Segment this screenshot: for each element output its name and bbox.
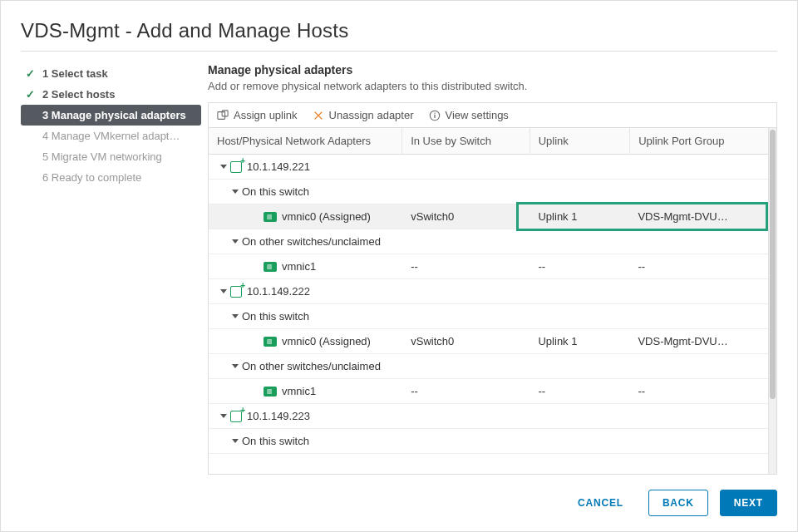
cell-uplink — [530, 361, 629, 372]
expand-caret-icon[interactable] — [220, 414, 227, 418]
view-settings-button[interactable]: View settings — [429, 109, 509, 121]
svg-rect-3 — [434, 114, 435, 117]
nic-row[interactable]: ▥vmnic0 (Assigned)vSwitch0Uplink 1VDS-Mg… — [209, 204, 768, 229]
assign-uplink-label: Assign uplink — [234, 109, 298, 121]
nav-step-5: ✓5 Migrate VM networking — [21, 146, 201, 167]
expand-caret-icon[interactable] — [220, 165, 227, 169]
expand-caret-icon[interactable] — [232, 190, 239, 194]
cell-portgroup — [629, 286, 768, 298]
main-pane: Manage physical adapters Add or remove p… — [208, 63, 777, 475]
group-other[interactable]: On other switches/unclaimed — [209, 229, 768, 254]
group-on-switch[interactable]: On this switch — [209, 429, 768, 454]
cell-switch — [402, 411, 530, 422]
cell-portgroup: VDS-Mgmt-DVU… — [629, 204, 768, 229]
cell-portgroup: -- — [629, 379, 768, 403]
nav-step-3[interactable]: ✓3 Manage physical adapters — [21, 105, 201, 126]
nav-step-label: 3 Manage physical adapters — [42, 109, 186, 121]
nic-icon: ▥ — [264, 212, 277, 222]
expand-caret-icon[interactable] — [220, 289, 227, 293]
scrollbar-thumb[interactable] — [770, 130, 776, 399]
row-label: vmnic0 (Assigned) — [282, 335, 371, 347]
cell-portgroup — [629, 236, 768, 248]
col-header-portgroup[interactable]: Uplink Port Group — [630, 128, 768, 154]
back-button[interactable]: BACK — [648, 490, 708, 516]
cell-portgroup: VDS-Mgmt-DVU… — [629, 329, 768, 353]
cell-uplink — [530, 436, 629, 447]
group-other[interactable]: On other switches/unclaimed — [209, 354, 768, 379]
dialog-body: ✓1 Select task✓2 Select hosts✓3 Manage p… — [21, 63, 777, 475]
cell-portgroup — [629, 361, 768, 372]
col-header-name[interactable]: Host/Physical Network Adapters — [209, 128, 402, 154]
vertical-scrollbar[interactable] — [768, 128, 776, 474]
nav-step-label: 2 Select hosts — [42, 88, 115, 101]
cell-switch — [402, 361, 530, 372]
group-on-switch[interactable]: On this switch — [209, 304, 768, 329]
check-icon: ✓ — [26, 88, 37, 101]
cell-uplink — [530, 311, 629, 323]
table-toolbar: Assign uplink Unassign adapter View sett… — [208, 102, 777, 127]
col-header-switch[interactable]: In Use by Switch — [402, 128, 530, 154]
unassign-icon — [313, 110, 324, 121]
nav-step-4: ✓4 Manage VMkernel adapt… — [21, 126, 201, 146]
nic-icon: ▥ — [264, 337, 277, 347]
group-on-switch[interactable]: On this switch — [209, 180, 768, 204]
adapter-table: Host/Physical Network Adapters In Use by… — [208, 127, 777, 475]
dialog-title: VDS-Mgmt - Add and Manage Hosts — [21, 19, 777, 42]
nic-row[interactable]: ▥vmnic0 (Assigned)vSwitch0Uplink 1VDS-Mg… — [209, 329, 768, 354]
cell-uplink — [530, 286, 629, 298]
cell-switch — [402, 186, 530, 198]
cell-portgroup — [629, 186, 768, 198]
pane-subtitle: Add or remove physical network adapters … — [208, 80, 777, 92]
nav-step-label: 5 Migrate VM networking — [42, 150, 162, 163]
next-button[interactable]: NEXT — [720, 490, 777, 516]
cell-switch — [402, 286, 530, 298]
row-label: vmnic0 (Assigned) — [282, 210, 371, 223]
assign-uplink-icon — [217, 110, 229, 121]
nav-step-2[interactable]: ✓2 Select hosts — [21, 84, 201, 105]
cell-portgroup — [629, 161, 768, 173]
unassign-adapter-label: Unassign adapter — [329, 109, 414, 121]
nic-icon: ▥ — [264, 387, 277, 397]
row-label: vmnic1 — [282, 385, 316, 397]
nic-row[interactable]: ▥vmnic1------ — [209, 379, 768, 404]
col-header-uplink[interactable]: Uplink — [530, 128, 630, 154]
expand-caret-icon[interactable] — [232, 364, 239, 368]
assign-uplink-button[interactable]: Assign uplink — [217, 109, 298, 121]
expand-caret-icon — [254, 214, 260, 219]
host-row[interactable]: 10.1.149.222 — [209, 279, 768, 304]
expand-caret-icon[interactable] — [232, 314, 239, 318]
cell-uplink: Uplink 1 — [530, 204, 629, 229]
cell-switch — [402, 236, 530, 248]
row-label: On this switch — [242, 435, 309, 447]
host-row[interactable]: 10.1.149.221 — [209, 155, 768, 180]
cell-switch: -- — [402, 379, 530, 403]
cell-uplink — [530, 411, 629, 422]
cell-switch — [402, 311, 530, 323]
row-label: 10.1.149.223 — [247, 410, 310, 422]
cell-uplink — [530, 236, 629, 248]
cancel-button[interactable]: CANCEL — [564, 490, 637, 515]
nic-row[interactable]: ▥vmnic1------ — [209, 254, 768, 279]
cell-switch: vSwitch0 — [402, 204, 530, 229]
nic-icon: ▥ — [264, 262, 277, 272]
cell-switch: vSwitch0 — [402, 329, 530, 353]
step-nav: ✓1 Select task✓2 Select hosts✓3 Manage p… — [21, 63, 208, 475]
host-icon — [230, 411, 242, 422]
expand-caret-icon[interactable] — [232, 439, 239, 443]
cell-switch: -- — [402, 254, 530, 278]
cell-portgroup — [629, 311, 768, 323]
wizard-dialog: VDS-Mgmt - Add and Manage Hosts ✓1 Selec… — [0, 0, 798, 532]
cell-uplink: -- — [530, 379, 629, 403]
table-body: 10.1.149.221On this switch▥vmnic0 (Assig… — [209, 155, 768, 474]
cell-uplink — [530, 161, 629, 173]
row-label: On this switch — [242, 185, 309, 198]
check-icon: ✓ — [26, 67, 37, 80]
unassign-adapter-button[interactable]: Unassign adapter — [313, 109, 414, 121]
row-label: 10.1.149.221 — [247, 160, 310, 173]
expand-caret-icon[interactable] — [232, 239, 239, 244]
nav-step-1[interactable]: ✓1 Select task — [21, 63, 201, 84]
cell-portgroup: -- — [629, 254, 768, 278]
dialog-footer: CANCEL BACK NEXT — [21, 475, 777, 516]
host-row[interactable]: 10.1.149.223 — [209, 404, 768, 429]
divider — [21, 51, 777, 52]
